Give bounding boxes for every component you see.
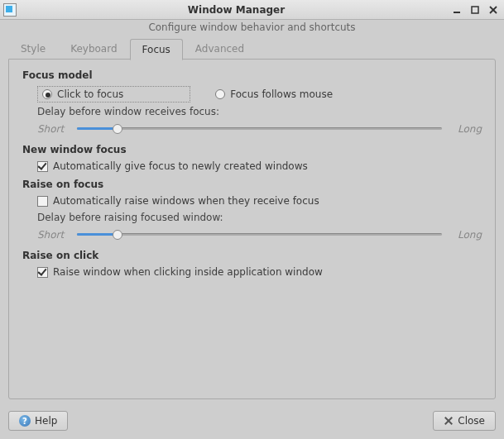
checkbox-icon: [37, 267, 48, 278]
checkbox-label: Automatically raise windows when they re…: [53, 195, 319, 207]
close-icon: [489, 6, 497, 14]
help-button[interactable]: ? Help: [8, 411, 68, 431]
radio-label: Focus follows mouse: [230, 88, 333, 100]
close-button[interactable]: Close: [433, 411, 496, 431]
titlebar: Window Manager: [0, 0, 504, 20]
button-label: Close: [458, 415, 485, 427]
slider-thumb[interactable]: [113, 230, 122, 240]
tab-style[interactable]: Style: [8, 38, 58, 60]
raise-on-click-heading: Raise on click: [22, 250, 482, 261]
tab-focus[interactable]: Focus: [130, 39, 183, 60]
maximize-icon: [471, 6, 479, 14]
new-window-focus-heading: New window focus: [22, 144, 482, 155]
minimize-icon: [453, 6, 461, 14]
checkbox-label: Automatically give focus to newly create…: [53, 160, 308, 172]
content-area: Style Keyboard Focus Advanced Focus mode…: [0, 38, 504, 406]
raise-delay-slider[interactable]: [77, 228, 442, 241]
checkbox-icon: [37, 161, 48, 172]
slider-thumb[interactable]: [113, 124, 122, 134]
slider-long-label: Long: [452, 123, 482, 135]
checkbox-auto-focus-new[interactable]: Automatically give focus to newly create…: [37, 160, 482, 172]
tab-bar: Style Keyboard Focus Advanced: [8, 38, 496, 60]
app-icon: [3, 3, 17, 17]
window-controls: [451, 4, 501, 16]
window-title: Window Manager: [22, 4, 451, 16]
checkbox-icon: [37, 196, 48, 207]
radio-focus-follows-mouse[interactable]: Focus follows mouse: [210, 86, 338, 103]
checkbox-auto-raise[interactable]: Automatically raise windows when they re…: [37, 195, 482, 207]
raise-delay-label: Delay before raising focused window:: [37, 212, 482, 223]
tab-advanced[interactable]: Advanced: [183, 38, 257, 60]
slider-short-label: Short: [37, 123, 67, 135]
focus-delay-label: Delay before window receives focus:: [37, 106, 482, 117]
maximize-button[interactable]: [469, 4, 481, 16]
help-icon: ?: [19, 415, 31, 427]
window-manager-dialog: Window Manager Configure window behavior…: [0, 0, 504, 439]
radio-icon: [42, 89, 52, 99]
window-subtitle: Configure window behavior and shortcuts: [0, 20, 504, 38]
raise-on-focus-heading: Raise on focus: [22, 179, 482, 190]
svg-rect-1: [472, 7, 478, 13]
slider-long-label: Long: [452, 229, 482, 241]
slider-short-label: Short: [37, 229, 67, 241]
checkbox-raise-on-click[interactable]: Raise window when clicking inside applic…: [37, 266, 482, 278]
radio-click-to-focus[interactable]: Click to focus: [37, 86, 190, 103]
checkbox-label: Raise window when clicking inside applic…: [53, 266, 323, 278]
focus-model-heading: Focus model: [22, 69, 482, 81]
radio-icon: [215, 89, 225, 99]
close-icon: [444, 416, 454, 426]
window-close-button[interactable]: [487, 4, 499, 16]
dialog-footer: ? Help Close: [0, 406, 504, 439]
focus-panel: Focus model Click to focus Focus follows…: [8, 59, 496, 399]
button-label: Help: [35, 415, 57, 427]
focus-delay-slider[interactable]: [77, 122, 442, 136]
tab-keyboard[interactable]: Keyboard: [58, 38, 129, 60]
minimize-button[interactable]: [451, 4, 463, 16]
radio-label: Click to focus: [57, 88, 123, 100]
